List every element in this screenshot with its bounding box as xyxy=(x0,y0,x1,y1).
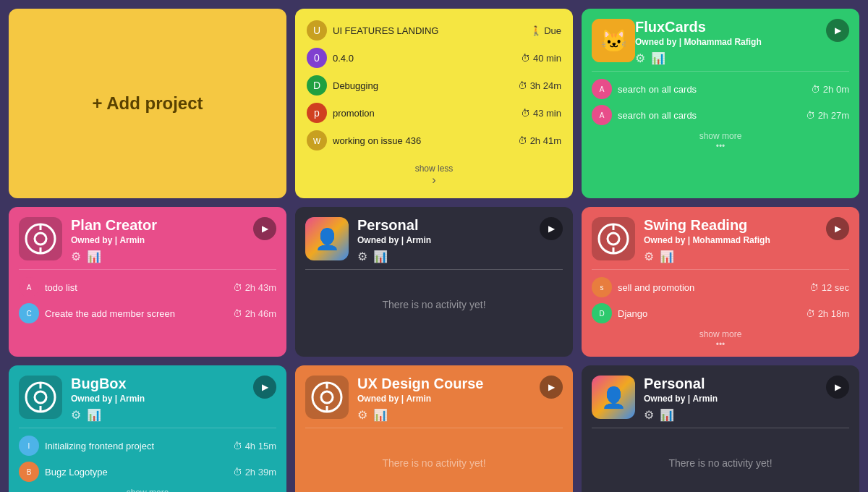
fluxcards-play-button[interactable]: ▶ xyxy=(826,19,849,42)
stats-icon[interactable]: 📊 xyxy=(660,408,674,422)
activity-row: A search on all cards ⏱ 2h 27m xyxy=(592,105,849,125)
activity-time: ⏱ 4h 15m xyxy=(233,441,276,451)
bugbox-show-more[interactable]: show more ••• xyxy=(19,488,276,492)
task-name: promotion xyxy=(333,108,375,119)
task-row: D Debugging ⏱ 3h 24m xyxy=(307,75,561,96)
activity-row: A search on all cards ⏱ 2h 0m xyxy=(592,79,849,99)
swingreading-title-area: Swing Reading Owned by | Mohammad Rafigh… xyxy=(644,217,849,263)
uxdesign-logo xyxy=(305,376,349,419)
fluxcards-owner: Owned by | Mohammad Rafigh xyxy=(635,37,849,47)
plancreator-icons: ⚙ 📊 xyxy=(71,250,276,263)
personal2-logo: 👤 xyxy=(592,376,635,419)
swingreading-card: Swing Reading Owned by | Mohammad Rafigh… xyxy=(582,207,859,357)
activity-time: ⏱ 12 sec xyxy=(809,282,849,293)
bugbox-header: BugBox Owned by | Armin ⚙ 📊 ▶ xyxy=(9,365,286,428)
task-name: 0.4.0 xyxy=(333,53,354,64)
activity-name: Bugz Logotype xyxy=(45,467,108,478)
bugbox-title: BugBox xyxy=(71,376,276,392)
svg-point-7 xyxy=(608,233,619,245)
task-time: 🚶 Due xyxy=(530,25,561,36)
uxdesign-icons: ⚙ 📊 xyxy=(357,408,563,422)
personal2-card: 👤 Personal Owned by | Armin ⚙ 📊 ▶ There … xyxy=(582,365,859,492)
task-time: ⏱ 2h 41m xyxy=(518,135,561,146)
show-less-button[interactable]: show less › xyxy=(307,164,561,187)
uxdesign-header: UX Design Course Owned by | Armin ⚙ 📊 ▶ xyxy=(295,365,573,428)
swingreading-activities: s sell and promotion ⏱ 12 sec D Django ⏱… xyxy=(582,270,859,357)
fluxcards-title: FluxCards xyxy=(635,19,849,35)
activity-time: ⏱ 2h 18m xyxy=(806,308,849,319)
personal1-play-button[interactable]: ▶ xyxy=(540,217,563,240)
plancreator-play-button[interactable]: ▶ xyxy=(253,217,276,240)
task-row: U UI FEATURES LANDING 🚶 Due xyxy=(307,20,561,41)
stats-icon[interactable]: 📊 xyxy=(660,250,674,263)
fluxcards-icons: ⚙ 📊 xyxy=(635,51,849,65)
bugbox-activities: I Initializing frontend project ⏱ 4h 15m… xyxy=(9,428,286,492)
activity-time: ⏱ 2h 46m xyxy=(233,308,276,319)
plancreator-title-area: Plan Creator Owned by | Armin ⚙ 📊 xyxy=(71,217,276,263)
activity-name: search on all cards xyxy=(618,84,697,95)
stats-icon[interactable]: 📊 xyxy=(87,408,101,422)
task-time: ⏱ 40 min xyxy=(521,53,561,64)
swingreading-header: Swing Reading Owned by | Mohammad Rafigh… xyxy=(582,207,859,269)
fluxcards-logo: 🐱 xyxy=(592,19,635,62)
task-name: working on issue 436 xyxy=(333,135,421,146)
bugbox-icons: ⚙ 📊 xyxy=(71,408,276,422)
activity-name: Django xyxy=(618,308,647,319)
swingreading-logo xyxy=(592,217,635,260)
settings-icon[interactable]: ⚙ xyxy=(644,250,654,263)
svg-point-15 xyxy=(321,391,333,403)
svg-point-3 xyxy=(35,233,46,245)
personal2-title-area: Personal Owned by | Armin ⚙ 📊 xyxy=(644,376,849,422)
task-name: UI FEATURES LANDING xyxy=(333,25,438,36)
settings-icon[interactable]: ⚙ xyxy=(635,51,645,65)
settings-icon[interactable]: ⚙ xyxy=(357,408,367,422)
fluxcards-header: 🐱 FluxCards Owned by | Mohammad Rafigh ⚙… xyxy=(582,9,859,71)
personal2-owner: Owned by | Armin xyxy=(644,394,849,404)
personal1-header: 👤 Personal Owned by | Armin ⚙ 📊 ▶ xyxy=(295,207,573,269)
personal2-header: 👤 Personal Owned by | Armin ⚙ 📊 ▶ xyxy=(582,365,859,428)
fluxcards-show-more[interactable]: show more ••• xyxy=(592,131,849,151)
swingreading-title: Swing Reading xyxy=(644,217,849,234)
activity-row: B Bugz Logotype ⏱ 2h 39m xyxy=(19,462,276,482)
no-activity-text: There is no activity yet! xyxy=(305,277,563,325)
settings-icon[interactable]: ⚙ xyxy=(71,408,81,422)
personal1-title: Personal xyxy=(357,217,563,234)
activity-time: ⏱ 2h 27m xyxy=(806,110,849,121)
uxdesign-play-button[interactable]: ▶ xyxy=(540,376,563,399)
bugbox-play-button[interactable]: ▶ xyxy=(253,376,276,399)
swingreading-owner: Owned by | Mohammad Rafigh xyxy=(644,235,849,245)
plancreator-title: Plan Creator xyxy=(71,217,276,234)
personal2-activities: There is no activity yet! xyxy=(582,428,859,492)
task-time: ⏱ 3h 24m xyxy=(518,80,561,91)
activity-row: A todo list ⏱ 2h 43m xyxy=(19,277,276,297)
fluxcards-activities: A search on all cards ⏱ 2h 0m A search o… xyxy=(582,72,859,198)
activity-name: Create the add member screen xyxy=(45,308,175,319)
settings-icon[interactable]: ⚙ xyxy=(644,408,654,422)
activity-time: ⏱ 2h 43m xyxy=(233,282,276,293)
task-name: Debugging xyxy=(333,80,378,91)
task-row: 0 0.4.0 ⏱ 40 min xyxy=(307,48,561,68)
settings-icon[interactable]: ⚙ xyxy=(71,250,81,263)
stats-icon[interactable]: 📊 xyxy=(651,51,665,65)
bugbox-logo xyxy=(19,376,62,419)
uxdesign-card: UX Design Course Owned by | Armin ⚙ 📊 ▶ … xyxy=(295,365,573,492)
activity-row: I Initializing frontend project ⏱ 4h 15m xyxy=(19,436,276,456)
swingreading-show-more[interactable]: show more ••• xyxy=(592,329,849,349)
stats-icon[interactable]: 📊 xyxy=(373,408,388,422)
personal1-icons: ⚙ 📊 xyxy=(357,250,563,263)
personal2-title: Personal xyxy=(644,376,849,392)
swingreading-play-button[interactable]: ▶ xyxy=(826,217,849,240)
activity-time: ⏱ 2h 39m xyxy=(233,467,276,478)
add-project-card[interactable]: + Add project xyxy=(9,9,286,198)
stats-icon[interactable]: 📊 xyxy=(87,250,101,263)
stats-icon[interactable]: 📊 xyxy=(373,250,388,263)
personal2-icons: ⚙ 📊 xyxy=(644,408,849,422)
activity-row: C Create the add member screen ⏱ 2h 46m xyxy=(19,303,276,323)
plancreator-activities: A todo list ⏱ 2h 43m C Create the add me… xyxy=(9,270,286,357)
task-row: w working on issue 436 ⏱ 2h 41m xyxy=(307,130,561,150)
svg-text:🐱: 🐱 xyxy=(600,28,628,54)
swingreading-icons: ⚙ 📊 xyxy=(644,250,849,263)
personal2-play-button[interactable]: ▶ xyxy=(826,376,849,399)
no-activity-text: There is no activity yet! xyxy=(592,436,849,483)
settings-icon[interactable]: ⚙ xyxy=(357,250,367,263)
